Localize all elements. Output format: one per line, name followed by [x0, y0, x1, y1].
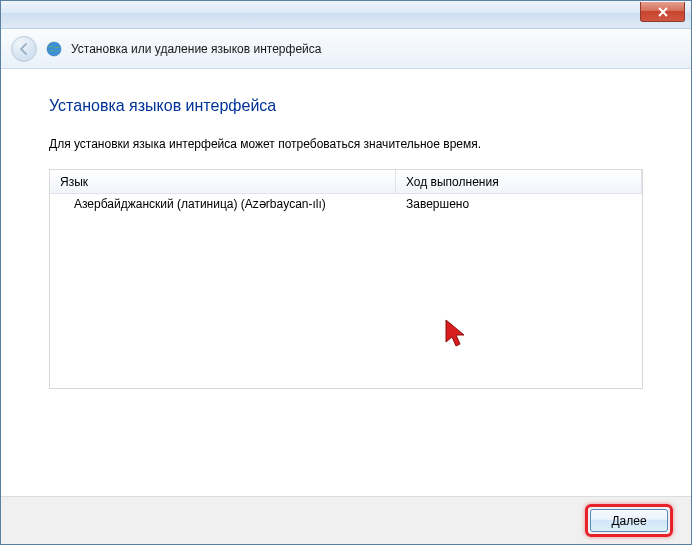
content-area: Установка языков интерфейса Для установк… [1, 69, 691, 496]
back-arrow-icon [17, 42, 31, 56]
back-button[interactable] [11, 36, 37, 62]
table-row[interactable]: Азербайджанский (латиница) (Azərbaycan-ı… [50, 194, 642, 214]
table-body: Азербайджанский (латиница) (Azərbaycan-ı… [50, 194, 642, 388]
cell-progress: Завершено [396, 195, 642, 213]
close-icon [657, 7, 669, 17]
svg-point-0 [47, 42, 61, 56]
cell-language: Азербайджанский (латиница) (Azərbaycan-ı… [50, 195, 396, 213]
window-title: Установка или удаление языков интерфейса [71, 42, 321, 56]
page-title: Установка языков интерфейса [49, 97, 643, 115]
footer-bar: Далее [1, 496, 691, 544]
column-language[interactable]: Язык [50, 170, 396, 193]
close-button[interactable] [640, 2, 685, 22]
globe-icon [45, 40, 63, 58]
column-progress[interactable]: Ход выполнения [396, 170, 642, 193]
header-bar: Установка или удаление языков интерфейса [1, 29, 691, 69]
wizard-window: Установка или удаление языков интерфейса… [0, 0, 692, 545]
next-button[interactable]: Далее [590, 509, 668, 532]
page-description: Для установки языка интерфейса может пот… [49, 137, 643, 151]
languages-table: Язык Ход выполнения Азербайджанский (лат… [49, 169, 643, 389]
titlebar [1, 1, 691, 29]
table-header: Язык Ход выполнения [50, 170, 642, 194]
next-button-highlight: Далее [585, 504, 673, 537]
